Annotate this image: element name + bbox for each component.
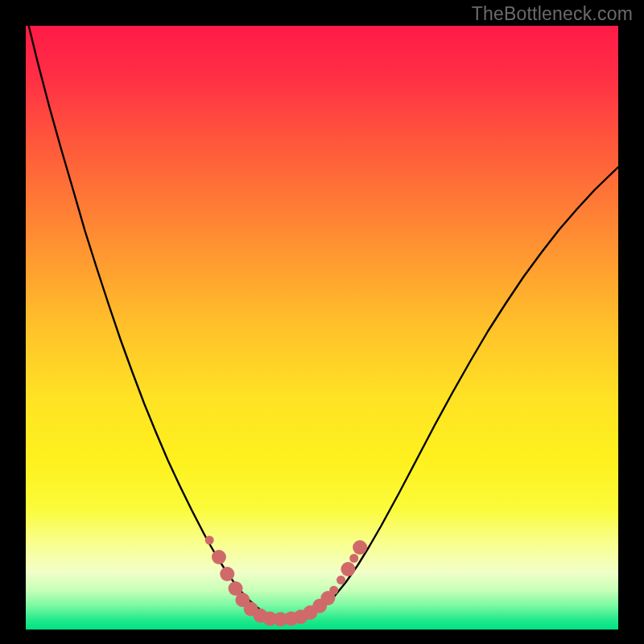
curve-layer bbox=[26, 26, 618, 630]
marker-point bbox=[341, 562, 355, 576]
marker-point bbox=[205, 536, 214, 545]
chart-stage: TheBottleneck.com bbox=[0, 0, 644, 644]
watermark-text: TheBottleneck.com bbox=[472, 3, 633, 25]
marker-point bbox=[212, 550, 226, 564]
bottleneck-curve bbox=[26, 14, 618, 619]
plot-area bbox=[26, 26, 618, 630]
marker-point bbox=[336, 576, 345, 584]
marker-point bbox=[349, 554, 358, 563]
marker-point bbox=[220, 567, 234, 581]
marker-point bbox=[329, 586, 338, 595]
marker-point bbox=[353, 540, 367, 555]
